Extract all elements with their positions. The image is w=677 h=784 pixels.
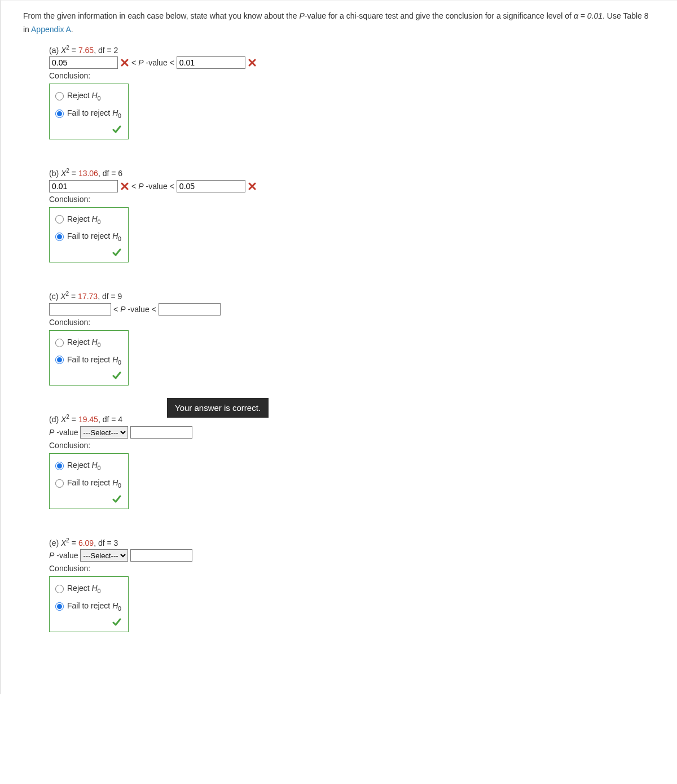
reject-radio[interactable] [55, 462, 64, 470]
part-label: (c) [49, 292, 60, 301]
part-c: (c) X2 = 17.73, df = 9 < P-value < Concl… [49, 291, 654, 386]
lt: < [131, 182, 136, 191]
p-letter: P [49, 551, 54, 560]
reject-text: Reject [67, 91, 92, 100]
reject-option[interactable]: Reject H0 [54, 211, 122, 229]
zero: 0 [118, 113, 121, 119]
zero: 0 [118, 483, 121, 489]
pvalue-input[interactable] [130, 549, 192, 562]
fail-option[interactable]: Fail to reject H0 [54, 228, 122, 246]
part-a-stem: (a) X2 = 7.65, df = 2 [49, 45, 654, 55]
check-icon [112, 248, 121, 257]
reject-option[interactable]: Reject H0 [54, 580, 122, 598]
pvalue-select[interactable]: ---Select--- [80, 549, 128, 562]
zero: 0 [98, 588, 101, 594]
reject-option[interactable]: Reject H0 [54, 457, 122, 475]
fail-text: Fail to reject [67, 478, 112, 487]
reject-radio[interactable] [55, 92, 64, 100]
pvalue-suffix: -value [56, 428, 78, 437]
pvalue-upper-input[interactable] [159, 303, 221, 316]
df-text: , df = 2 [94, 45, 118, 54]
pvalue-word: -value [146, 182, 168, 191]
part-b-stem: (b) X2 = 13.06, df = 6 [49, 168, 654, 178]
part-a: (a) X2 = 7.65, df = 2 < P-value < Conclu… [49, 45, 654, 139]
H: H [112, 231, 118, 240]
H: H [92, 461, 98, 470]
fail-radio[interactable] [55, 356, 64, 364]
zero: 0 [118, 359, 121, 365]
reject-radio[interactable] [55, 339, 64, 347]
part-c-conclusion-box: Reject H0 Fail to reject H0 [49, 330, 129, 386]
fail-radio[interactable] [55, 110, 64, 118]
chi-letter: X [61, 415, 66, 424]
chi-letter: X [61, 538, 66, 547]
H: H [92, 91, 98, 100]
part-e-conclusion-box: Reject H0 Fail to reject H0 [49, 576, 129, 632]
chi-letter: X [61, 45, 66, 54]
H: H [112, 355, 118, 364]
pvalue-select[interactable]: ---Select--- [80, 426, 128, 439]
part-a-pvalue-line: < P-value < [49, 56, 654, 69]
pvalue-upper-input[interactable] [177, 180, 245, 192]
H: H [112, 601, 118, 610]
chi-value: 17.73 [78, 292, 98, 301]
check-icon [112, 617, 121, 627]
part-b-conclusion-box: Reject H0 Fail to reject H0 [49, 207, 129, 263]
fail-option[interactable]: Fail to reject H0 [54, 105, 122, 122]
conclusion-label: Conclusion: [49, 441, 654, 450]
fail-radio[interactable] [55, 233, 64, 241]
eq: = [69, 169, 78, 178]
fail-text: Fail to reject [67, 231, 112, 240]
question-page: From the given information in each case … [0, 0, 677, 694]
pvalue-lower-input[interactable] [49, 56, 118, 69]
pvalue-lower-input[interactable] [49, 303, 111, 316]
pvalue-upper-input[interactable] [177, 56, 245, 69]
chi-letter: X [60, 292, 65, 301]
eq: = [69, 292, 78, 301]
part-label: (a) [49, 45, 61, 54]
reject-radio[interactable] [55, 585, 64, 593]
reject-option[interactable]: Reject H0 [54, 334, 122, 352]
H: H [112, 108, 118, 117]
reject-radio[interactable] [55, 215, 64, 224]
fail-option[interactable]: Fail to reject H0 [54, 352, 122, 369]
reject-text: Reject [67, 461, 92, 470]
check-icon [112, 371, 121, 380]
part-label: (b) [49, 169, 61, 178]
p-letter: P [300, 11, 305, 20]
part-label: (e) [49, 538, 61, 547]
reject-option[interactable]: Reject H0 [54, 87, 122, 105]
appendix-link[interactable]: Appendix A [31, 25, 71, 34]
part-d: (d) X2 = 19.45, df = 4 P-value ---Select… [49, 414, 654, 509]
part-e-stem: (e) X2 = 6.09, df = 3 [49, 537, 654, 548]
pvalue-lower-input[interactable] [49, 180, 118, 192]
p-letter: P [138, 58, 143, 67]
part-a-conclusion-box: Reject H0 Fail to reject H0 [49, 84, 129, 139]
p-letter: P [49, 428, 54, 437]
part-c-stem: (c) X2 = 17.73, df = 9 [49, 291, 654, 301]
chi-value: 6.09 [78, 538, 94, 547]
fail-option[interactable]: Fail to reject H0 [54, 475, 122, 492]
H: H [92, 584, 98, 593]
lt: < [131, 58, 136, 67]
check-icon [112, 125, 121, 134]
zero: 0 [118, 606, 121, 612]
eq: = [69, 415, 78, 424]
fail-radio[interactable] [55, 602, 64, 611]
part-c-pvalue-line: < P-value < [49, 303, 654, 316]
fail-radio[interactable] [55, 479, 64, 488]
pvalue-word: -value [146, 58, 168, 67]
lt: < [170, 58, 174, 67]
zero: 0 [98, 95, 101, 102]
fail-option[interactable]: Fail to reject H0 [54, 598, 122, 615]
part-b-pvalue-line: < P-value < [49, 180, 654, 192]
fail-text: Fail to reject [67, 601, 112, 610]
part-d-pvalue-line: P-value ---Select--- [49, 426, 654, 439]
cross-icon [120, 182, 129, 191]
chi-value: 7.65 [78, 45, 94, 54]
pvalue-input[interactable] [130, 426, 192, 439]
zero: 0 [118, 236, 121, 242]
H: H [92, 338, 98, 347]
chi-value: 19.45 [78, 415, 98, 424]
lt: < [152, 305, 156, 314]
